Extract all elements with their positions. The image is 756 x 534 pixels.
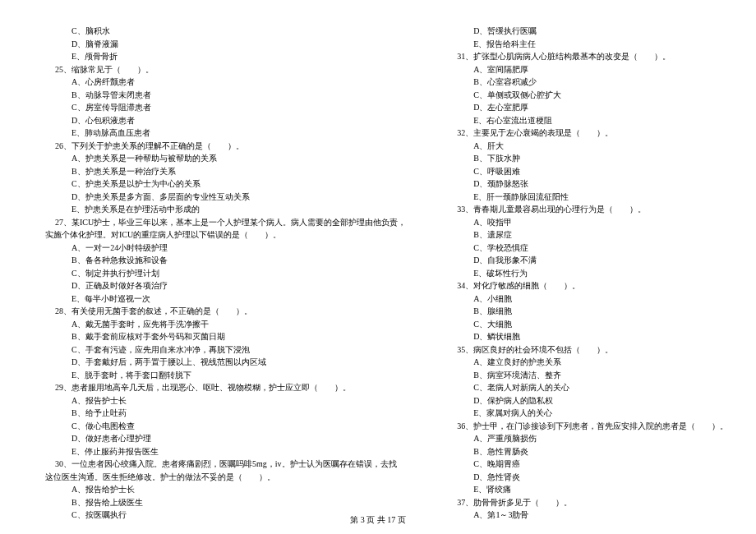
option: A、一对一24小时特级护理 — [45, 242, 406, 255]
option: E、破坏性行为 — [447, 267, 728, 280]
option: D、正确及时做好各项治疗 — [45, 279, 406, 292]
option: A、肝大 — [447, 140, 728, 153]
option: C、制定并执行护理计划 — [45, 267, 406, 280]
option: A、报告护士长 — [45, 394, 406, 407]
question-stem-cont: 这位医生沟通。医生拒绝修改。护士的做法不妥的是（ ）。 — [45, 471, 406, 484]
option: A、严重颅脑损伤 — [447, 432, 728, 445]
option: E、右心室流出道梗阻 — [447, 114, 728, 127]
question-stem: 37、肋骨骨折多见于（ ）。 — [447, 496, 728, 509]
option: B、戴手套前应核对手套外号码和灭菌日期 — [45, 330, 406, 343]
option: B、护患关系是一种治疗关系 — [45, 165, 406, 178]
question-stem: 29、患者服用地高辛几天后，出现恶心、呕吐、视物模糊，护士应立即（ ）。 — [45, 381, 406, 394]
option: D、暂缓执行医嘱 — [447, 25, 728, 38]
option: D、自我形象不满 — [447, 254, 728, 267]
option: D、急性肾炎 — [447, 471, 728, 484]
option: B、急性胃肠炎 — [447, 445, 728, 458]
option: A、心房纤颤患者 — [45, 76, 406, 89]
option: B、动脉导管未闭患者 — [45, 89, 406, 102]
option: D、手套戴好后，两手置于腰以上、视线范围以内区域 — [45, 356, 406, 369]
option: D、做好患者心理护理 — [45, 432, 406, 445]
two-column-layout: C、脑积水 D、脑脊液漏 E、颅骨骨折 25、缩脉常见于（ ）。 A、心房纤颤患… — [45, 25, 715, 522]
question-stem-cont: 实施个体化护理。对ICU的重症病人护理以下错误的是（ ）。 — [45, 228, 406, 242]
option: B、腺细胞 — [447, 305, 728, 318]
option: B、遗尿症 — [447, 228, 728, 242]
option: A、咬指甲 — [447, 216, 728, 229]
option: D、鳞状细胞 — [447, 330, 728, 343]
question-stem: 25、缩脉常见于（ ）。 — [45, 63, 406, 76]
question-stem: 32、主要见于左心衰竭的表现是（ ）。 — [447, 127, 728, 140]
question-stem: 35、病区良好的社会环境不包括（ ）。 — [447, 343, 728, 357]
left-column: C、脑积水 D、脑脊液漏 E、颅骨骨折 25、缩脉常见于（ ）。 A、心房纤颤患… — [45, 25, 406, 522]
option: C、呼吸困难 — [447, 165, 728, 178]
option: A、戴无菌手套时，应先将手洗净擦干 — [45, 318, 406, 331]
option: B、备各种急救设施和设备 — [45, 254, 406, 267]
option: C、脑积水 — [45, 25, 406, 38]
question-stem: 33、青春期儿童最容易出现的心理行为是（ ）。 — [447, 203, 728, 216]
option: C、学校恐惧症 — [447, 242, 728, 255]
question-stem: 36、护士甲，在门诊接诊到下列患者，首先应安排入院的患者是（ ）。 — [447, 420, 728, 433]
option: A、建立良好的护患关系 — [447, 356, 728, 369]
option: B、给予止吐药 — [45, 407, 406, 420]
option: E、肝一颈静脉回流征阳性 — [447, 191, 728, 204]
option: C、老病人对新病人的关心 — [447, 381, 728, 394]
option: D、心包积液患者 — [45, 114, 406, 127]
option: E、肾绞痛 — [447, 483, 728, 496]
option: E、报告给科主任 — [447, 38, 728, 51]
option: E、停止服药并报告医生 — [45, 445, 406, 458]
option: D、颈静脉怒张 — [447, 177, 728, 191]
option: C、手套有污迹，应先用自来水冲净，再脱下浸泡 — [45, 343, 406, 357]
option: D、护患关系是多方面、多层面的专业性互动关系 — [45, 191, 406, 204]
option: C、护患关系是以护士为中心的关系 — [45, 177, 406, 191]
option: D、保护病人的隐私权 — [447, 394, 728, 407]
question-stem: 26、下列关于护患关系的理解不正确的是（ ）。 — [45, 140, 406, 153]
option: C、大细胞 — [447, 318, 728, 331]
option: D、脑脊液漏 — [45, 38, 406, 51]
option: E、家属对病人的关心 — [447, 407, 728, 420]
page-footer: 第 3 页 共 17 页 — [0, 513, 756, 527]
option: B、报告给上级医生 — [45, 496, 406, 509]
question-stem: 28、有关使用无菌手套的叙述，不正确的是（ ）。 — [45, 305, 406, 318]
option: B、病室环境清洁、整齐 — [447, 369, 728, 382]
question-stem: 34、对化疗敏感的细胞（ ）。 — [447, 279, 728, 292]
option: E、护患关系是在护理活动中形成的 — [45, 203, 406, 216]
option: B、心室容积减少 — [447, 76, 728, 89]
option: E、每半小时巡视一次 — [45, 292, 406, 306]
option: E、脱手套时，将手套口翻转脱下 — [45, 369, 406, 382]
right-column: D、暂缓执行医嘱 E、报告给科主任 31、扩张型心肌病病人心脏结构最基本的改变是… — [447, 25, 728, 522]
option: A、护患关系是一种帮助与被帮助的关系 — [45, 152, 406, 165]
option: E、颅骨骨折 — [45, 50, 406, 63]
option: A、室间隔肥厚 — [447, 63, 728, 76]
option: C、晚期胃癌 — [447, 458, 728, 471]
option: A、报告给护士长 — [45, 483, 406, 496]
option: C、做心电图检查 — [45, 420, 406, 433]
question-stem: 30、一位患者因心绞痛入院。患者疼痛剧烈，医嘱吗啡5mg，iv。护士认为医嘱存在… — [45, 458, 406, 471]
option: B、下肢水肿 — [447, 152, 728, 165]
option: E、肺动脉高血压患者 — [45, 127, 406, 140]
option: C、单侧或双侧心腔扩大 — [447, 89, 728, 102]
option: C、房室传导阻滞患者 — [45, 101, 406, 114]
question-stem: 31、扩张型心肌病病人心脏结构最基本的改变是（ ）。 — [447, 50, 728, 63]
question-stem: 27、某ICU护士，毕业三年以来，基本上是一个人护理某个病人。病人需要的全部护理… — [45, 216, 406, 229]
option: D、左心室肥厚 — [447, 101, 728, 114]
option: A、小细胞 — [447, 292, 728, 306]
